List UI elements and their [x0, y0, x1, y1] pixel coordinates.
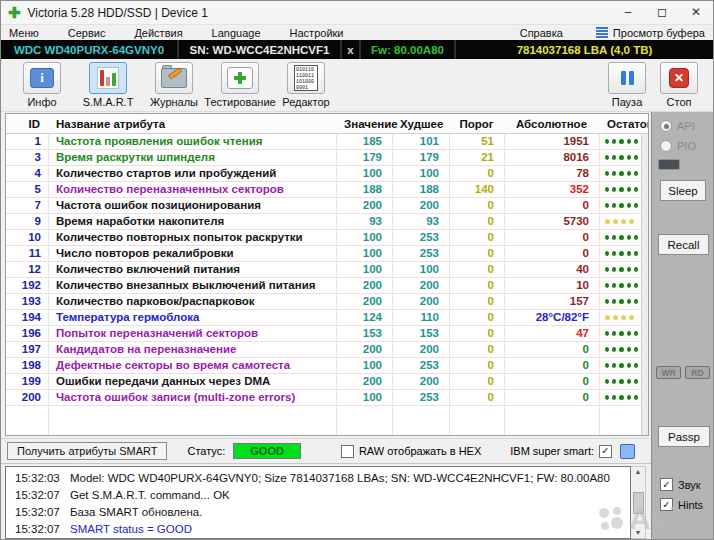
api-radio[interactable]: API: [660, 120, 695, 132]
table-row[interactable]: 192Количество внезапных выключений питан…: [6, 278, 648, 294]
stop-button[interactable]: ✕ Стоп: [653, 62, 705, 108]
scroll-up-icon[interactable]: ▲: [635, 468, 642, 476]
testing-button[interactable]: Тестирование: [207, 62, 273, 108]
attr-value-cell: 200: [336, 374, 392, 389]
menu-item-actions[interactable]: Действия: [134, 27, 182, 39]
attr-threshold-cell: 0: [449, 166, 504, 181]
header-id[interactable]: ID: [6, 114, 48, 134]
attr-value-cell: 100: [336, 390, 392, 405]
attr-value-cell: 200: [336, 342, 392, 357]
health-dot-icon: [634, 267, 638, 272]
scroll-down-icon[interactable]: ▼: [635, 529, 642, 537]
health-dot-icon: [634, 251, 638, 256]
header-absolute[interactable]: Абсолютное: [504, 114, 599, 134]
table-row[interactable]: 4Количество стартов или пробуждений10010…: [6, 166, 648, 182]
menu-item-settings[interactable]: Настройки: [290, 27, 344, 39]
table-row[interactable]: 196Попыток переназначений секторов153153…: [6, 326, 648, 342]
attr-worst-cell: 100: [392, 166, 449, 181]
sound-checkbox[interactable]: ✓ Звук: [660, 478, 701, 491]
ibm-super-smart-checkbox-box[interactable]: ✓: [599, 445, 612, 458]
attr-worst-cell: 110: [392, 310, 449, 325]
smart-button[interactable]: S.M.A.R.T: [75, 62, 141, 108]
header-threshold[interactable]: Порог: [449, 114, 504, 134]
log-scrollbar[interactable]: ▲ ▼: [631, 466, 646, 539]
smart-color-indicator[interactable]: [620, 444, 635, 459]
editor-button[interactable]: 010110 110011 101000 0001 Редактор: [273, 62, 339, 108]
attr-id-cell: 10: [6, 230, 48, 245]
attr-id-cell: 1: [6, 134, 48, 149]
pause-button-label: Пауза: [612, 96, 643, 108]
drive-model: WDC WD40PURX-64GVNY0: [1, 40, 179, 59]
health-dot-icon: [634, 331, 638, 336]
header-attribute-name[interactable]: Название атрибута: [48, 114, 336, 134]
attr-absolute-cell: 1951: [504, 134, 599, 149]
header-remaining[interactable]: Остаток: [599, 114, 641, 134]
table-row[interactable]: 1Частота проявления ошибок чтения1851015…: [6, 134, 648, 150]
health-dot-icon: [605, 283, 609, 288]
raw-hex-checkbox-box[interactable]: [341, 445, 354, 458]
table-scrollbar[interactable]: [641, 134, 648, 435]
pio-radio[interactable]: PIO: [660, 140, 696, 152]
attr-name-cell: Число повторов рекалибровки: [48, 246, 336, 261]
wr-button[interactable]: WR: [656, 366, 681, 379]
table-row[interactable]: 197Кандидатов на переназначение20020000: [6, 342, 648, 358]
menu-item-help[interactable]: Справка: [520, 27, 563, 39]
table-row[interactable]: 193Количество парковок/распарковок200200…: [6, 294, 648, 310]
pio-radio-circle[interactable]: [660, 140, 672, 152]
attr-value-cell: 100: [336, 246, 392, 261]
table-row[interactable]: 5Количество переназначенных секторов1881…: [6, 182, 648, 198]
attr-value-cell: 185: [336, 134, 392, 149]
attr-absolute-cell: 28°C/82°F: [504, 310, 599, 325]
attr-value-cell: 124: [336, 310, 392, 325]
smart-status-bar: Получить атрибуты SMART Статус: GOOD RAW…: [1, 438, 651, 464]
table-row[interactable]: 10Количество повторных попыток раскрутки…: [6, 230, 648, 246]
menu-item-language[interactable]: Language: [212, 27, 261, 39]
scrollbar-thumb[interactable]: [633, 492, 644, 514]
attr-value-cell: 179: [336, 150, 392, 165]
ibm-super-smart-checkbox[interactable]: IBM super smart: ✓: [510, 445, 612, 458]
attr-id-cell: 7: [6, 198, 48, 213]
table-row[interactable]: 194Температура гермоблока124110028°C/82°…: [6, 310, 648, 326]
health-dot-icon: [612, 299, 616, 304]
attr-name-cell: Количество повторных попыток раскрутки: [48, 230, 336, 245]
menu-item-menu[interactable]: Меню: [9, 27, 39, 39]
info-button[interactable]: i Инфо: [9, 62, 75, 108]
rd-button[interactable]: RD: [685, 366, 710, 379]
sleep-button[interactable]: Sleep: [660, 180, 706, 201]
health-dot-icon: [627, 251, 631, 256]
journals-button[interactable]: Журналы: [141, 62, 207, 108]
passp-button[interactable]: Passp: [658, 426, 710, 447]
health-dot-icon: [621, 315, 626, 320]
attr-threshold-cell: 0: [449, 358, 504, 373]
health-dot-icon: [634, 155, 638, 160]
table-row[interactable]: 12Количество включений питания100100040: [6, 262, 648, 278]
table-row[interactable]: 200Частота ошибок записи (multi-zone err…: [6, 390, 648, 406]
close-button[interactable]: ✕: [679, 1, 713, 24]
table-row[interactable]: 11Число повторов рекалибровки10025300: [6, 246, 648, 262]
table-row[interactable]: 9Время наработки накопителя939305730: [6, 214, 648, 230]
attr-threshold-cell: 51: [449, 134, 504, 149]
minimize-button[interactable]: –: [611, 1, 645, 24]
buffer-view-button[interactable]: Просмотр буфера: [596, 27, 705, 39]
raw-hex-checkbox[interactable]: RAW отображать в HEX: [341, 445, 481, 458]
pause-button[interactable]: Пауза: [601, 62, 653, 108]
health-dot-icon: [621, 219, 626, 224]
health-dot-icon: [605, 315, 610, 320]
sound-checkbox-box[interactable]: ✓: [660, 478, 673, 491]
table-row[interactable]: 199Ошибки передачи данных через DMA20020…: [6, 374, 648, 390]
health-dot-icon: [619, 203, 623, 208]
table-row[interactable]: 7Частота ошибок позиционирования20020000: [6, 198, 648, 214]
attr-threshold-cell: 0: [449, 374, 504, 389]
header-value[interactable]: Значение: [336, 114, 392, 134]
attr-value-cell: 100: [336, 358, 392, 373]
maximize-button[interactable]: ◻: [645, 1, 679, 24]
table-row[interactable]: 198Дефектные секторы во время самотеста1…: [6, 358, 648, 374]
header-worst[interactable]: Худшее: [392, 114, 449, 134]
recall-button[interactable]: Recall: [658, 234, 709, 255]
hints-checkbox-box[interactable]: ✓: [660, 498, 673, 511]
api-radio-circle[interactable]: [660, 120, 672, 132]
get-smart-attributes-button[interactable]: Получить атрибуты SMART: [7, 442, 167, 460]
menu-item-service[interactable]: Сервис: [68, 27, 106, 39]
hints-checkbox[interactable]: ✓ Hints: [660, 498, 703, 511]
table-row[interactable]: 3Время раскрутки шпинделя179179218016: [6, 150, 648, 166]
